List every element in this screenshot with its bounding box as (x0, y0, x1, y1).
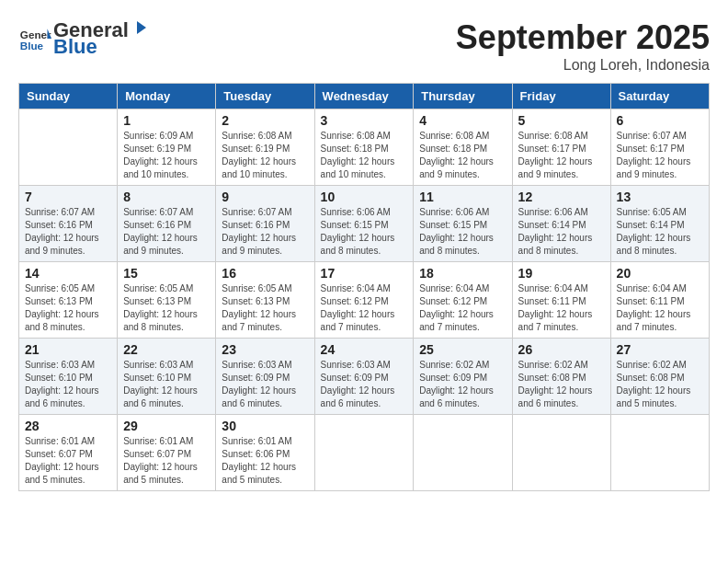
day-info: Sunrise: 6:04 AM Sunset: 6:11 PM Dayligh… (518, 282, 605, 334)
day-number: 5 (518, 113, 605, 128)
calendar-cell: 12Sunrise: 6:06 AM Sunset: 6:14 PM Dayli… (512, 186, 610, 262)
day-number: 27 (617, 342, 703, 357)
calendar-cell (610, 415, 709, 491)
day-number: 29 (123, 419, 210, 433)
day-number: 20 (617, 266, 703, 281)
calendar-cell: 19Sunrise: 6:04 AM Sunset: 6:11 PM Dayli… (512, 262, 610, 339)
weekday-header-friday: Friday (512, 84, 610, 109)
day-info: Sunrise: 6:01 AM Sunset: 6:07 PM Dayligh… (123, 435, 210, 487)
day-info: Sunrise: 6:09 AM Sunset: 6:19 PM Dayligh… (123, 130, 210, 181)
day-number: 8 (123, 190, 210, 204)
calendar-cell: 9Sunrise: 6:07 AM Sunset: 6:16 PM Daylig… (216, 186, 314, 262)
calendar-cell: 28Sunrise: 6:01 AM Sunset: 6:07 PM Dayli… (19, 415, 118, 491)
calendar-cell: 1Sunrise: 6:09 AM Sunset: 6:19 PM Daylig… (118, 109, 216, 186)
day-info: Sunrise: 6:08 AM Sunset: 6:18 PM Dayligh… (321, 130, 408, 181)
day-number: 9 (222, 190, 308, 204)
day-info: Sunrise: 6:05 AM Sunset: 6:13 PM Dayligh… (25, 282, 111, 334)
day-info: Sunrise: 6:01 AM Sunset: 6:07 PM Dayligh… (25, 435, 111, 487)
day-number: 24 (321, 342, 408, 357)
calendar-cell: 29Sunrise: 6:01 AM Sunset: 6:07 PM Dayli… (118, 415, 216, 491)
calendar-cell: 21Sunrise: 6:03 AM Sunset: 6:10 PM Dayli… (19, 339, 118, 415)
calendar-cell: 30Sunrise: 6:01 AM Sunset: 6:06 PM Dayli… (216, 415, 314, 491)
calendar-cell: 6Sunrise: 6:07 AM Sunset: 6:17 PM Daylig… (610, 109, 709, 186)
day-number: 1 (123, 113, 210, 128)
day-number: 22 (123, 342, 210, 357)
day-info: Sunrise: 6:06 AM Sunset: 6:15 PM Dayligh… (419, 206, 506, 258)
day-number: 18 (419, 266, 506, 281)
day-number: 30 (222, 419, 308, 433)
day-info: Sunrise: 6:01 AM Sunset: 6:06 PM Dayligh… (222, 435, 308, 487)
calendar-cell: 17Sunrise: 6:04 AM Sunset: 6:12 PM Dayli… (314, 262, 414, 339)
day-number: 11 (419, 190, 506, 204)
logo-arrow-icon (130, 18, 148, 37)
day-number: 21 (25, 342, 111, 357)
day-info: Sunrise: 6:04 AM Sunset: 6:11 PM Dayligh… (617, 282, 703, 334)
svg-marker-3 (137, 21, 146, 34)
day-info: Sunrise: 6:06 AM Sunset: 6:14 PM Dayligh… (518, 206, 605, 258)
day-number: 28 (25, 419, 111, 433)
day-info: Sunrise: 6:06 AM Sunset: 6:15 PM Dayligh… (321, 206, 408, 258)
calendar-cell: 7Sunrise: 6:07 AM Sunset: 6:16 PM Daylig… (19, 186, 118, 262)
calendar-cell (19, 109, 118, 186)
calendar-cell: 10Sunrise: 6:06 AM Sunset: 6:15 PM Dayli… (314, 186, 414, 262)
location-title: Long Loreh, Indonesia (456, 57, 710, 74)
logo: General Blue General Blue (18, 18, 149, 59)
day-info: Sunrise: 6:07 AM Sunset: 6:17 PM Dayligh… (617, 130, 703, 181)
weekday-header-tuesday: Tuesday (216, 84, 314, 109)
calendar-cell: 11Sunrise: 6:06 AM Sunset: 6:15 PM Dayli… (414, 186, 512, 262)
day-info: Sunrise: 6:05 AM Sunset: 6:13 PM Dayligh… (222, 282, 308, 334)
day-number: 10 (321, 190, 408, 204)
day-info: Sunrise: 6:05 AM Sunset: 6:14 PM Dayligh… (617, 206, 703, 258)
page-header: General Blue General Blue September 2025… (18, 18, 710, 74)
calendar-cell: 18Sunrise: 6:04 AM Sunset: 6:12 PM Dayli… (414, 262, 512, 339)
day-info: Sunrise: 6:03 AM Sunset: 6:10 PM Dayligh… (123, 359, 210, 410)
calendar-cell: 14Sunrise: 6:05 AM Sunset: 6:13 PM Dayli… (19, 262, 118, 339)
calendar-cell: 22Sunrise: 6:03 AM Sunset: 6:10 PM Dayli… (118, 339, 216, 415)
calendar-cell: 15Sunrise: 6:05 AM Sunset: 6:13 PM Dayli… (118, 262, 216, 339)
day-info: Sunrise: 6:03 AM Sunset: 6:09 PM Dayligh… (321, 359, 408, 410)
calendar-header-row: SundayMondayTuesdayWednesdayThursdayFrid… (19, 84, 710, 109)
day-info: Sunrise: 6:02 AM Sunset: 6:08 PM Dayligh… (617, 359, 703, 410)
calendar-cell: 8Sunrise: 6:07 AM Sunset: 6:16 PM Daylig… (118, 186, 216, 262)
calendar-cell: 16Sunrise: 6:05 AM Sunset: 6:13 PM Dayli… (216, 262, 314, 339)
day-number: 7 (25, 190, 111, 204)
day-number: 4 (419, 113, 506, 128)
day-info: Sunrise: 6:03 AM Sunset: 6:10 PM Dayligh… (25, 359, 111, 410)
day-number: 26 (518, 342, 605, 357)
calendar-cell: 4Sunrise: 6:08 AM Sunset: 6:18 PM Daylig… (414, 109, 512, 186)
title-area: September 2025 Long Loreh, Indonesia (456, 18, 710, 74)
weekday-header-wednesday: Wednesday (314, 84, 414, 109)
calendar-cell: 2Sunrise: 6:08 AM Sunset: 6:19 PM Daylig… (216, 109, 314, 186)
day-number: 14 (25, 266, 111, 281)
calendar-cell (512, 415, 610, 491)
day-number: 12 (518, 190, 605, 204)
day-number: 2 (222, 113, 308, 128)
day-number: 17 (321, 266, 408, 281)
day-info: Sunrise: 6:04 AM Sunset: 6:12 PM Dayligh… (321, 282, 408, 334)
calendar-cell: 13Sunrise: 6:05 AM Sunset: 6:14 PM Dayli… (610, 186, 709, 262)
day-number: 13 (617, 190, 703, 204)
calendar-cell (314, 415, 414, 491)
svg-text:Blue: Blue (20, 40, 44, 52)
calendar-cell: 3Sunrise: 6:08 AM Sunset: 6:18 PM Daylig… (314, 109, 414, 186)
day-number: 16 (222, 266, 308, 281)
day-info: Sunrise: 6:07 AM Sunset: 6:16 PM Dayligh… (25, 206, 111, 258)
day-info: Sunrise: 6:07 AM Sunset: 6:16 PM Dayligh… (222, 206, 308, 258)
logo-icon: General Blue (18, 22, 51, 55)
weekday-header-saturday: Saturday (610, 84, 709, 109)
calendar-cell: 20Sunrise: 6:04 AM Sunset: 6:11 PM Dayli… (610, 262, 709, 339)
day-info: Sunrise: 6:03 AM Sunset: 6:09 PM Dayligh… (222, 359, 308, 410)
day-number: 23 (222, 342, 308, 357)
day-info: Sunrise: 6:08 AM Sunset: 6:18 PM Dayligh… (419, 130, 506, 181)
day-info: Sunrise: 6:04 AM Sunset: 6:12 PM Dayligh… (419, 282, 506, 334)
calendar-cell: 27Sunrise: 6:02 AM Sunset: 6:08 PM Dayli… (610, 339, 709, 415)
day-info: Sunrise: 6:02 AM Sunset: 6:08 PM Dayligh… (518, 359, 605, 410)
day-info: Sunrise: 6:02 AM Sunset: 6:09 PM Dayligh… (419, 359, 506, 410)
weekday-header-monday: Monday (118, 84, 216, 109)
calendar-cell: 26Sunrise: 6:02 AM Sunset: 6:08 PM Dayli… (512, 339, 610, 415)
calendar-cell: 5Sunrise: 6:08 AM Sunset: 6:17 PM Daylig… (512, 109, 610, 186)
weekday-header-thursday: Thursday (414, 84, 512, 109)
calendar-cell: 25Sunrise: 6:02 AM Sunset: 6:09 PM Dayli… (414, 339, 512, 415)
day-info: Sunrise: 6:05 AM Sunset: 6:13 PM Dayligh… (123, 282, 210, 334)
day-number: 19 (518, 266, 605, 281)
